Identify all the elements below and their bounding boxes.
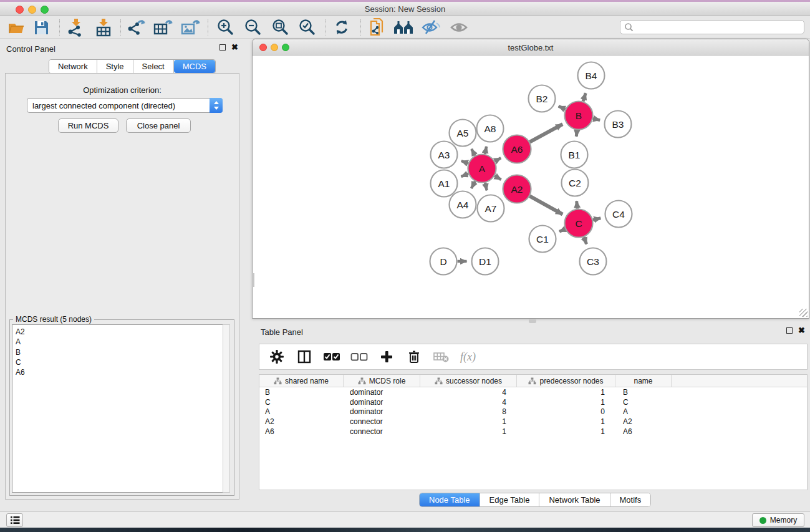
table-row[interactable]: Cdominator41C [259, 397, 807, 407]
deselect-all-icon[interactable] [350, 352, 368, 362]
column-header-shared-name[interactable]: shared name [259, 375, 344, 387]
main-toolbar [0, 16, 810, 39]
edge-A2-C[interactable] [530, 196, 563, 214]
float-table-panel-icon[interactable] [786, 327, 793, 334]
network-scrollbar-thumb[interactable] [252, 273, 254, 287]
close-panel-button[interactable]: Close panel [126, 118, 191, 133]
column-header-successor-nodes[interactable]: successor nodes [420, 375, 517, 387]
resize-grip[interactable] [799, 309, 808, 317]
export-image-button[interactable] [178, 18, 202, 37]
table-row[interactable]: A2connector11A2 [259, 417, 807, 427]
first-neighbors-button[interactable] [392, 18, 416, 37]
task-history-button[interactable] [6, 513, 23, 527]
tab-style[interactable]: Style [97, 60, 133, 73]
result-item[interactable]: A2 [16, 327, 224, 337]
function-builder-icon[interactable]: f(x) [460, 351, 476, 364]
zoom-out-button[interactable] [241, 18, 264, 37]
open-session-button[interactable] [6, 18, 29, 37]
edge-C-C1[interactable] [559, 229, 565, 231]
close-table-panel-icon[interactable]: ✖ [798, 327, 805, 334]
delete-table-icon[interactable] [433, 351, 450, 363]
edge-A-A1[interactable] [461, 174, 469, 177]
result-item[interactable]: A [16, 337, 224, 347]
column-header-name[interactable]: name [615, 375, 672, 387]
close-panel-icon[interactable]: ✖ [231, 44, 238, 51]
dropdown-stepper-icon [210, 98, 223, 113]
search-field[interactable] [620, 20, 804, 34]
cell: 0 [517, 407, 615, 417]
cell: B [615, 387, 672, 397]
edge-C-C4[interactable] [593, 218, 600, 220]
result-item[interactable]: C [16, 357, 224, 367]
edge-A-A2[interactable] [494, 176, 501, 180]
network-canvas[interactable]: B4B2BB3A8A5A6A3B1AC2A1A2A4A7C4CC1C3DD1 [253, 56, 809, 318]
export-table-button[interactable] [151, 18, 175, 37]
float-panel-icon[interactable] [219, 44, 226, 51]
edge-C-C3[interactable] [584, 237, 586, 244]
tab-network-table[interactable]: Network Table [539, 493, 610, 506]
add-column-icon[interactable] [378, 351, 395, 363]
memory-button[interactable]: Memory [752, 513, 804, 527]
edge-B-B2[interactable] [559, 106, 566, 109]
mcds-result-group: MCDS result (5 nodes) A2ABCA6 [9, 319, 234, 496]
search-input[interactable] [634, 23, 804, 32]
result-item[interactable]: A6 [16, 367, 224, 377]
tab-mcds[interactable]: MCDS [174, 60, 215, 73]
column-tree-icon [358, 377, 366, 385]
save-session-button[interactable] [29, 18, 53, 37]
select-all-icon[interactable] [323, 352, 340, 362]
edge-A-A6[interactable] [495, 158, 501, 161]
edge-A-A8[interactable] [485, 147, 486, 154]
import-table-button[interactable] [92, 18, 115, 37]
node-label-B2: B2 [536, 94, 548, 104]
node-label-A1: A1 [438, 178, 450, 189]
export-network-button[interactable] [124, 18, 148, 37]
zoom-selected-button[interactable] [295, 18, 319, 37]
criterion-dropdown[interactable]: largest connected component (directed) [27, 98, 223, 113]
network-graph[interactable]: B4B2BB3A8A5A6A3B1AC2A1A2A4A7C4CC1C3DD1 [253, 56, 809, 318]
edge-A-A7[interactable] [485, 183, 487, 190]
tab-network[interactable]: Network [49, 60, 97, 73]
tab-edge-table[interactable]: Edge Table [480, 493, 540, 506]
table-row[interactable]: Bdominator41B [259, 387, 807, 397]
edge-B-B4[interactable] [583, 93, 586, 101]
application-window: Session: New Session [0, 0, 810, 532]
column-header-MCDS-role[interactable]: MCDS role [344, 375, 420, 387]
table-row[interactable]: Adominator80A [259, 407, 807, 417]
hide-selected-button[interactable] [419, 18, 443, 37]
edge-A-A4[interactable] [471, 181, 475, 188]
node-label-B3: B3 [612, 119, 624, 130]
node-label-A7: A7 [485, 203, 497, 214]
edge-B-B3[interactable] [593, 118, 600, 120]
edge-A6-B[interactable] [530, 124, 563, 142]
edge-B-B1[interactable] [576, 130, 577, 136]
node-label-C1: C1 [536, 234, 549, 244]
run-mcds-button[interactable]: Run MCDS [58, 118, 118, 133]
network-window-titlebar[interactable]: testGlobe.txt [253, 39, 809, 56]
column-layout-icon[interactable] [296, 350, 313, 364]
splitter-handle[interactable] [529, 319, 536, 323]
delete-column-icon[interactable] [405, 350, 423, 364]
table-row[interactable]: A6connector11A6 [259, 427, 807, 437]
tab-node-table[interactable]: Node Table [420, 493, 480, 506]
edge-A-A3[interactable] [461, 161, 468, 163]
node-table[interactable]: shared nameMCDS rolesuccessor nodesprede… [259, 374, 808, 490]
edge-C-C2[interactable] [577, 201, 577, 208]
settings-gear-icon[interactable] [268, 349, 286, 364]
column-header-predecessor-nodes[interactable]: predecessor nodes [517, 375, 615, 387]
zoom-in-button[interactable] [213, 18, 237, 37]
import-network-button[interactable] [64, 18, 87, 37]
result-item[interactable]: B [16, 347, 224, 357]
new-network-from-selection-button[interactable] [365, 18, 389, 37]
optimization-criterion-label: Optimization criterion: [6, 85, 239, 95]
refresh-button[interactable] [330, 18, 354, 37]
tab-select[interactable]: Select [133, 60, 174, 73]
memory-status-icon [759, 517, 766, 524]
zoom-fit-button[interactable] [268, 18, 292, 37]
edge-A-A5[interactable] [471, 149, 475, 156]
mcds-result-list[interactable]: A2ABCA6 [12, 324, 224, 493]
result-scrollbar[interactable] [223, 324, 230, 493]
node-label-B1: B1 [569, 150, 581, 160]
show-all-button[interactable] [447, 18, 471, 37]
tab-motifs[interactable]: Motifs [610, 493, 651, 506]
